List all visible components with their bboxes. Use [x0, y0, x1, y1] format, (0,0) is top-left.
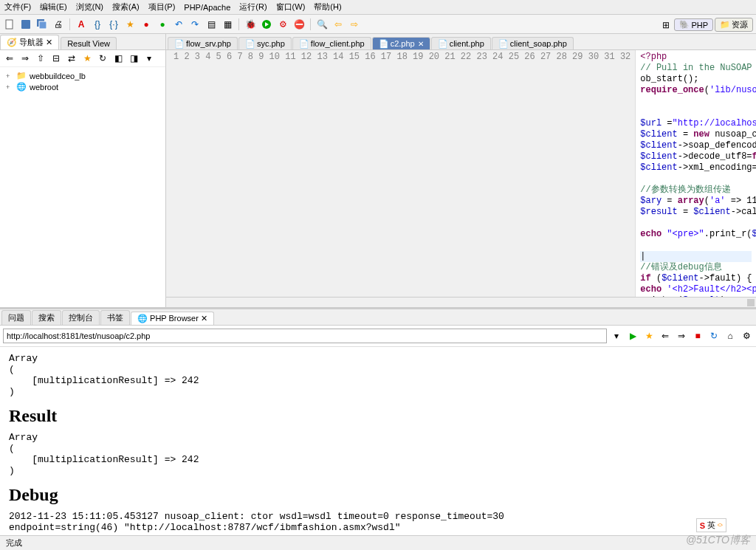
search-icon[interactable]: 🔍	[315, 18, 329, 31]
tree-item-webbuildceo[interactable]: + 📁 webbuildceo_lb	[6, 70, 159, 81]
stop-icon[interactable]: ■	[691, 329, 704, 343]
ime-s-icon: S	[700, 521, 705, 530]
refresh-icon[interactable]: ↻	[707, 329, 721, 343]
star-icon[interactable]: ★	[123, 18, 137, 31]
editor-tab-active[interactable]: 📄c2.php✕	[372, 37, 430, 49]
globe-icon: 🌐	[16, 82, 27, 92]
undo-icon[interactable]: ↶	[172, 18, 185, 31]
settings-icon[interactable]: ⚙	[740, 329, 753, 343]
folder-icon: 📁	[16, 71, 27, 80]
browser-icon: 🌐	[137, 314, 148, 323]
bottom-tab-bookmarks[interactable]: 书签	[100, 310, 130, 325]
run-icon[interactable]	[260, 18, 273, 31]
fwd-icon[interactable]: ⇒	[18, 52, 32, 65]
menu-search[interactable]: 搜索(A)	[112, 1, 140, 13]
menu-project[interactable]: 项目(P)	[148, 1, 176, 13]
watermark: @51CTO博客	[686, 534, 750, 547]
dot-green-icon[interactable]: ●	[156, 18, 169, 31]
php-file-icon: 📄	[498, 39, 507, 48]
link-icon[interactable]: ⇄	[65, 52, 78, 65]
fav-icon[interactable]: ★	[642, 329, 656, 343]
editor-tab[interactable]: 📄flow_client.php	[292, 37, 371, 49]
sidebar-toolbar: ⇐ ⇒ ⇧ ⊟ ⇄ ★ ↻ ◧ ◨ ▾	[0, 50, 165, 67]
heading-debug: Debug	[9, 485, 747, 505]
run-ext-icon[interactable]: ⚙	[276, 18, 289, 31]
stop-icon[interactable]: ⛔	[292, 18, 306, 31]
tb-a-icon[interactable]: ◧	[111, 52, 125, 65]
debug-icon[interactable]: 🐞	[244, 18, 257, 31]
output-array1: Array ( [multiplicationResult] => 242 )	[9, 353, 747, 397]
tree-label: webroot	[30, 83, 58, 92]
expand-icon[interactable]: +	[6, 83, 13, 91]
statusbar: 完成	[0, 535, 756, 550]
brace2-icon[interactable]: {·}	[107, 18, 120, 31]
filter-icon[interactable]: ★	[80, 52, 94, 65]
menubar: 文件(F) 编辑(E) 浏览(N) 搜索(A) 项目(P) PHP/Apache…	[0, 0, 756, 15]
a-icon[interactable]: A	[75, 18, 88, 31]
dot-red-icon[interactable]: ●	[140, 18, 153, 31]
redo-icon[interactable]: ↷	[188, 18, 202, 31]
open-perspective-icon[interactable]: ⊞	[659, 18, 673, 32]
expand-icon[interactable]: +	[6, 72, 13, 80]
go-icon[interactable]: ▶	[626, 329, 639, 343]
nav-fwd-icon[interactable]: ⇨	[348, 18, 361, 31]
code-editor[interactable]: <?php // Pull in the NuSOAP code ob_star…	[636, 50, 756, 297]
brace-icon[interactable]: {}	[91, 18, 104, 31]
collapse-icon[interactable]: ⊟	[49, 52, 63, 65]
url-input[interactable]	[3, 329, 607, 343]
sidebar-tab-navigator[interactable]: 🧭 导航器 ✕	[0, 35, 59, 49]
php-icon: 🐘	[679, 20, 690, 30]
output-debug: 2012-11-23 15:11:05.453127 nusoap_client…	[9, 511, 747, 533]
bottom-tab-phpbrowser[interactable]: 🌐 PHP Browser ✕	[131, 312, 214, 325]
menu-browse[interactable]: 浏览(N)	[76, 1, 103, 13]
print-icon[interactable]: 🖨	[52, 18, 65, 31]
menu-help[interactable]: 帮助(H)	[314, 1, 341, 13]
php-file-icon: 📄	[299, 39, 308, 48]
tree-item-webroot[interactable]: + 🌐 webroot	[6, 81, 159, 92]
bottom-tab-search[interactable]: 搜索	[32, 310, 61, 325]
url-dropdown-icon[interactable]: ▾	[610, 329, 623, 343]
save-icon[interactable]	[19, 18, 32, 31]
perspective-php[interactable]: 🐘PHP	[674, 18, 713, 31]
back-icon[interactable]: ⇐	[3, 52, 16, 65]
bottom-panel: 问题 搜索 控制台 书签 🌐 PHP Browser ✕ ▾ ▶ ★ ⇐ ⇒ ■…	[0, 307, 756, 536]
editor-area: 📄flow_srv.php 📄syc.php 📄flow_client.php …	[166, 34, 756, 307]
menu-edit[interactable]: 编辑(E)	[40, 1, 67, 13]
editor-tab[interactable]: 📄client.php	[431, 37, 491, 49]
home-icon[interactable]: ⌂	[724, 329, 737, 343]
ime-indicator[interactable]: S 英 ⌔	[696, 518, 726, 532]
saveall-icon[interactable]	[35, 18, 49, 31]
php-file-icon: 📄	[379, 39, 388, 48]
project-tree: + 📁 webbuildceo_lb + 🌐 webroot	[0, 67, 165, 95]
nav-back-icon[interactable]: ⇦	[331, 18, 345, 31]
bottom-tab-console[interactable]: 控制台	[62, 310, 100, 325]
editor-tab[interactable]: 📄flow_srv.php	[168, 37, 238, 49]
browser-content[interactable]: Array ( [multiplicationResult] => 242 ) …	[0, 347, 756, 536]
comment-icon[interactable]: ▤	[205, 18, 218, 31]
menu-phpapache[interactable]: PHP/Apache	[184, 3, 230, 12]
perspective-switcher: ⊞ 🐘PHP 📁资源	[659, 18, 753, 32]
up-icon[interactable]: ⇧	[34, 52, 47, 65]
editor-tab[interactable]: 📄syc.php	[238, 37, 292, 49]
new-icon[interactable]	[3, 18, 16, 31]
bottom-tabs: 问题 搜索 控制台 书签 🌐 PHP Browser ✕	[0, 309, 756, 326]
box-icon[interactable]: ▦	[221, 18, 234, 31]
horizontal-scrollbar[interactable]	[166, 297, 756, 307]
bottom-tab-problems[interactable]: 问题	[1, 310, 31, 325]
status-text: 完成	[6, 538, 22, 547]
sidebar-tab-resultview[interactable]: Result View	[61, 37, 117, 49]
tb-b-icon[interactable]: ◨	[127, 52, 140, 65]
editor-tab[interactable]: 📄client_soap.php	[492, 37, 574, 49]
close-icon[interactable]: ✕	[418, 40, 424, 48]
fwd-icon[interactable]: ⇒	[675, 329, 688, 343]
php-file-icon: 📄	[174, 39, 183, 48]
tree-label: webbuildceo_lb	[30, 72, 86, 80]
menu-run[interactable]: 运行(R)	[239, 1, 267, 13]
menu-icon[interactable]: ▾	[142, 52, 156, 65]
rss-icon: ⌔	[718, 521, 723, 530]
menu-window[interactable]: 窗口(W)	[276, 1, 306, 13]
back-icon[interactable]: ⇐	[659, 329, 672, 343]
menu-file[interactable]: 文件(F)	[4, 1, 31, 13]
sync-icon[interactable]: ↻	[96, 52, 109, 65]
perspective-resource[interactable]: 📁资源	[715, 18, 753, 32]
